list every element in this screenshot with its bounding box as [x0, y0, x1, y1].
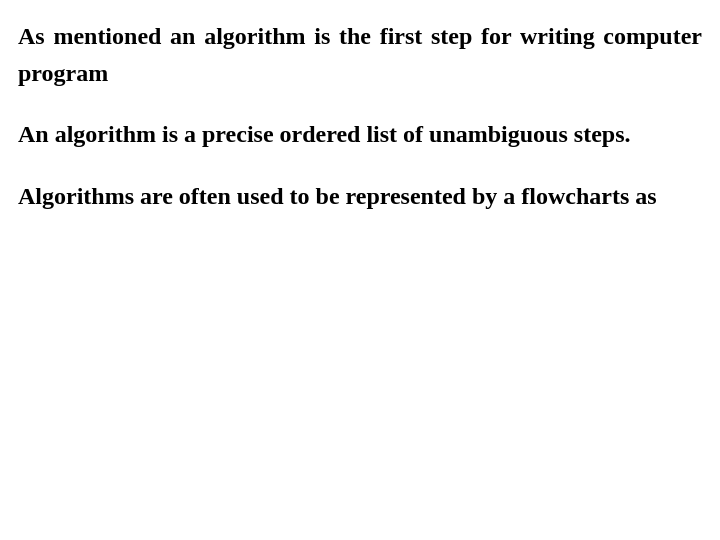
paragraph-2: An algorithm is a precise ordered list o… [18, 116, 702, 153]
paragraph-3: Algorithms are often used to be represen… [18, 178, 702, 215]
paragraph-1: As mentioned an algorithm is the first s… [18, 18, 702, 92]
main-content: As mentioned an algorithm is the first s… [0, 0, 720, 540]
